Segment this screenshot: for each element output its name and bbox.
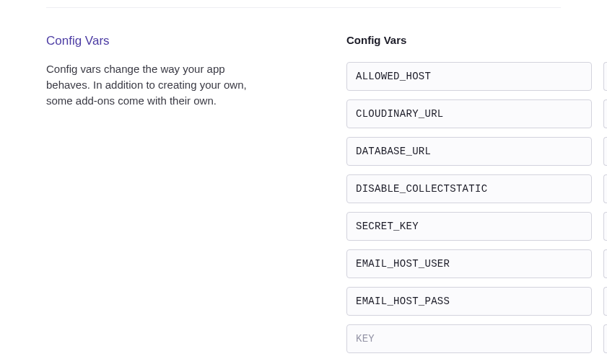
- config-var-value-input[interactable]: [603, 287, 607, 316]
- config-var-key-input[interactable]: [346, 99, 592, 128]
- config-var-row: [346, 62, 607, 91]
- config-vars-panel: Config Vars: [346, 34, 607, 362]
- config-var-new-row: [346, 324, 607, 353]
- config-var-value-input[interactable]: [603, 174, 607, 203]
- config-var-value-input[interactable]: [603, 212, 607, 241]
- config-var-row: [346, 174, 607, 203]
- config-var-row: [346, 99, 607, 128]
- config-var-key-input[interactable]: [346, 212, 592, 241]
- config-var-row: [346, 212, 607, 241]
- panel-title: Config Vars: [346, 34, 607, 46]
- config-var-new-key-input[interactable]: [346, 324, 592, 353]
- config-var-value-input[interactable]: [603, 99, 607, 128]
- section-description: Config vars change the way your app beha…: [46, 61, 270, 108]
- config-var-key-input[interactable]: [346, 174, 592, 203]
- section-info: Config Vars Config vars change the way y…: [46, 34, 346, 362]
- config-var-key-input[interactable]: [346, 287, 592, 316]
- config-var-value-input[interactable]: [603, 62, 607, 91]
- config-var-new-value-input[interactable]: [603, 324, 607, 353]
- config-var-row: [346, 249, 607, 278]
- config-var-key-input[interactable]: [346, 137, 592, 166]
- config-vars-section: Config Vars Config vars change the way y…: [0, 8, 607, 362]
- config-var-value-input[interactable]: [603, 137, 607, 166]
- config-var-row: [346, 137, 607, 166]
- section-title: Config Vars: [46, 34, 318, 48]
- config-var-row: [346, 287, 607, 316]
- config-var-key-input[interactable]: [346, 62, 592, 91]
- config-var-value-input[interactable]: [603, 249, 607, 278]
- config-var-key-input[interactable]: [346, 249, 592, 278]
